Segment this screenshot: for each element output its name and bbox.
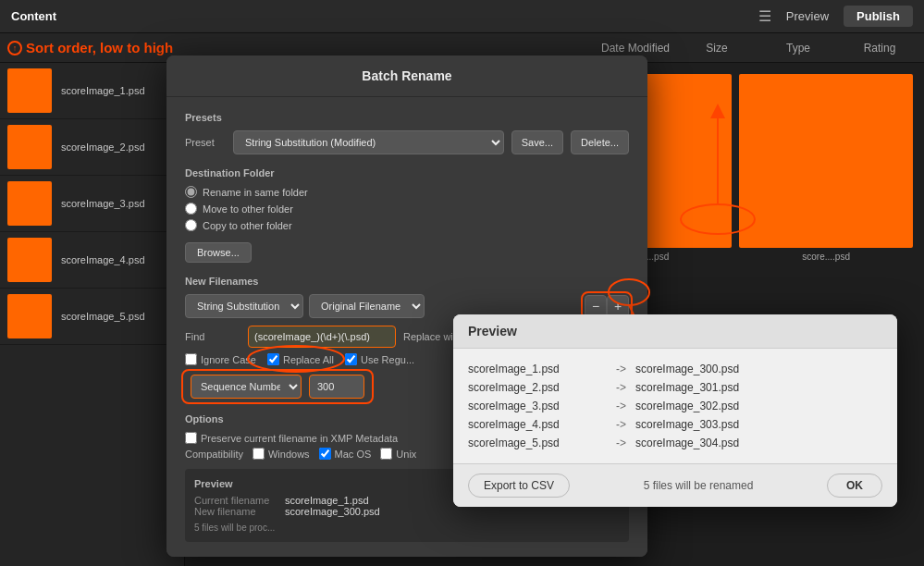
new-filenames-label: New Filenames xyxy=(185,276,629,287)
radio-copy-input[interactable] xyxy=(185,219,197,231)
preview-panel-title: Preview xyxy=(453,314,897,349)
presets-section: Presets Preset String Substitution (Modi… xyxy=(185,112,629,154)
preview-arrow-5: -> xyxy=(616,437,626,449)
preview-arrow-4: -> xyxy=(616,418,626,431)
original-filename-select[interactable]: Original Filename xyxy=(309,294,425,318)
preview-dest-3: scoreImage_302.psd xyxy=(635,400,739,412)
use-regex-checkbox[interactable]: Use Regu... xyxy=(345,353,414,365)
use-regex-label: Use Regu... xyxy=(361,354,414,365)
preserve-input[interactable] xyxy=(185,432,197,444)
preview-arrow-2: -> xyxy=(616,381,626,394)
preview-dest-1: scoreImage_300.psd xyxy=(635,363,739,375)
preset-label: Preset xyxy=(185,137,226,148)
compat-windows-label: Windows xyxy=(268,449,310,460)
compat-unix-input[interactable] xyxy=(380,448,392,460)
preview-source-2: scoreImage_2.psd xyxy=(468,381,607,394)
ok-button[interactable]: OK xyxy=(827,474,882,498)
replace-all-checkbox[interactable]: Replace All xyxy=(267,353,334,365)
dialog-count-text: 5 files will be proc... xyxy=(194,523,620,533)
save-preset-button[interactable]: Save... xyxy=(511,130,563,154)
use-regex-input[interactable] xyxy=(345,353,357,365)
new-filename-value: scoreImage_300.psd xyxy=(285,506,380,517)
preview-arrow-1: -> xyxy=(616,363,626,375)
radio-move-folder[interactable]: Move to other folder xyxy=(185,203,629,215)
find-input[interactable] xyxy=(248,326,396,348)
dialog-preview-new-row: New filename scoreImage_300.psd xyxy=(194,506,620,517)
current-filename-label: Current filename xyxy=(194,495,277,506)
sequence-number-select[interactable]: Sequence Number xyxy=(191,375,302,399)
export-csv-button[interactable]: Export to CSV xyxy=(468,474,570,498)
preview-dest-2: scoreImage_301.psd xyxy=(635,381,739,394)
dialog-title: Batch Rename xyxy=(166,55,647,97)
browse-button[interactable]: Browse... xyxy=(185,242,252,263)
preview-file-row-1: scoreImage_1.psd -> scoreImage_300.psd xyxy=(468,360,882,378)
preserve-checkbox[interactable]: Preserve current filename in XMP Metadat… xyxy=(185,432,398,444)
presets-row: Preset String Substitution (Modified) Sa… xyxy=(185,130,629,154)
sequence-start-input[interactable] xyxy=(309,375,364,399)
radio-same-folder[interactable]: Rename in same folder xyxy=(185,186,629,198)
preset-select[interactable]: String Substitution (Modified) xyxy=(233,130,504,154)
compat-macos-input[interactable] xyxy=(319,448,331,460)
destination-folder-section: Destination Folder Rename in same folder… xyxy=(185,167,629,263)
preview-source-4: scoreImage_4.psd xyxy=(468,418,607,431)
replace-all-label: Replace All xyxy=(283,354,334,365)
radio-copy-folder[interactable]: Copy to other folder xyxy=(185,219,629,231)
compat-windows-input[interactable] xyxy=(253,448,265,460)
preview-panel-body: scoreImage_1.psd -> scoreImage_300.psd s… xyxy=(453,349,897,463)
compat-unix-label: Unix xyxy=(396,449,416,460)
ignore-case-label: Ignore Case xyxy=(201,354,256,365)
compat-macos[interactable]: Mac OS xyxy=(319,448,372,460)
preview-dest-4: scoreImage_303.psd xyxy=(635,418,739,431)
preserve-label: Preserve current filename in XMP Metadat… xyxy=(201,433,398,444)
string-substitution-select[interactable]: String Substitution xyxy=(185,294,303,318)
radio-move-label: Move to other folder xyxy=(203,203,293,215)
dest-folder-label: Destination Folder xyxy=(185,167,629,178)
preview-count-text: 5 files will be renamed xyxy=(644,479,754,492)
current-filename-value: scoreImage_1.psd xyxy=(285,495,369,506)
preview-dest-5: scoreImage_304.psd xyxy=(635,437,739,449)
preview-file-row-2: scoreImage_2.psd -> scoreImage_301.psd xyxy=(468,378,882,397)
preview-panel-dialog: Preview scoreImage_1.psd -> scoreImage_3… xyxy=(453,314,897,507)
preview-source-3: scoreImage_3.psd xyxy=(468,400,607,412)
ignore-case-checkbox[interactable]: Ignore Case xyxy=(185,353,256,365)
compat-unix[interactable]: Unix xyxy=(380,448,416,460)
radio-copy-label: Copy to other folder xyxy=(203,220,292,231)
compat-label: Compatibility xyxy=(185,449,243,460)
new-filename-label: New filename xyxy=(194,506,277,517)
compat-macos-label: Mac OS xyxy=(335,449,372,460)
modal-overlay: Batch Rename Rename Cancel Presets Prese… xyxy=(0,0,924,566)
compat-windows[interactable]: Windows xyxy=(253,448,310,460)
find-label: Find xyxy=(185,331,240,342)
delete-preset-button[interactable]: Delete... xyxy=(571,130,629,154)
presets-section-label: Presets xyxy=(185,112,629,123)
ignore-case-input[interactable] xyxy=(185,353,197,365)
radio-group: Rename in same folder Move to other fold… xyxy=(185,186,629,231)
preview-source-5: scoreImage_5.psd xyxy=(468,437,607,449)
radio-move-input[interactable] xyxy=(185,203,197,215)
preview-panel-footer: Export to CSV 5 files will be renamed OK xyxy=(453,463,897,507)
replace-all-input[interactable] xyxy=(267,353,279,365)
sequence-row: Sequence Number xyxy=(185,373,370,400)
svg-point-0 xyxy=(681,204,755,234)
preview-source-1: scoreImage_1.psd xyxy=(468,363,607,375)
radio-same-label: Rename in same folder xyxy=(203,187,308,198)
radio-same-input[interactable] xyxy=(185,186,197,198)
preview-arrow-3: -> xyxy=(616,400,626,412)
preview-file-row-4: scoreImage_4.psd -> scoreImage_303.psd xyxy=(468,415,882,434)
preview-file-row-3: scoreImage_3.psd -> scoreImage_302.psd xyxy=(468,397,882,415)
preview-file-row-5: scoreImage_5.psd -> scoreImage_304.psd xyxy=(468,434,882,452)
